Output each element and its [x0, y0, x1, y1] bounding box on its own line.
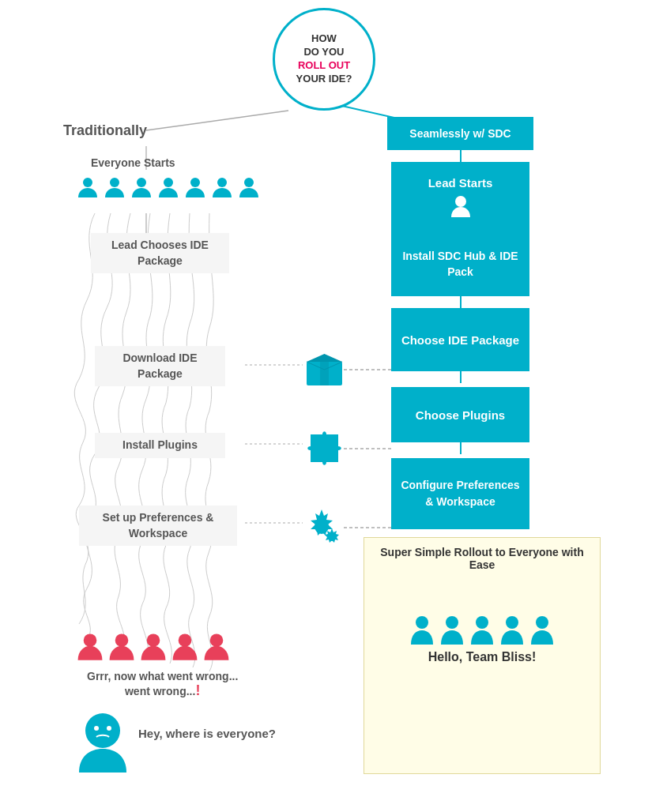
person-icon-6: [209, 175, 235, 201]
red-person-5: [202, 632, 232, 662]
puzzle-icon: [303, 427, 346, 473]
svg-point-44: [506, 616, 518, 629]
success-box: Super Simple Rollout to Everyone with Ea…: [364, 537, 601, 774]
install-sdc-box: Install SDC Hub & IDE Pack: [391, 233, 529, 296]
svg-point-21: [164, 178, 173, 187]
svg-point-23: [217, 178, 227, 187]
svg-point-41: [416, 616, 428, 629]
install-sdc-label: Install SDC Hub & IDE Pack: [397, 249, 523, 280]
puzzle-icon-svg: [303, 427, 346, 470]
lead-starts-person-icon: [448, 194, 473, 219]
success-person-2: [438, 615, 466, 646]
hey-text: Hey, where is everyone?: [138, 727, 276, 740]
svg-point-22: [190, 178, 200, 187]
sad-person-icon: [71, 711, 134, 777]
install-plugins-box: Install Plugins: [95, 433, 225, 458]
everyone-starts-icons: [75, 175, 262, 201]
diagram-container: HOW DO YOU ROLL OUT YOUR IDE? Traditiona…: [0, 0, 648, 812]
package-icon-svg: [303, 346, 346, 389]
svg-point-24: [244, 178, 254, 187]
choose-plugins-label: Choose Plugins: [416, 408, 505, 422]
lead-chooses-box: Lead Chooses IDE Package: [91, 233, 229, 273]
svg-rect-27: [320, 362, 329, 385]
lead-starts-box: Lead Starts: [391, 162, 529, 233]
svg-point-20: [137, 178, 146, 187]
title-circle: HOW DO YOU ROLL OUT YOUR IDE?: [273, 8, 375, 111]
svg-point-35: [147, 633, 160, 647]
lead-starts-label: Lead Starts: [428, 176, 493, 190]
svg-marker-26: [307, 354, 342, 362]
configure-box: Configure Preferences & Workspace: [391, 458, 529, 529]
svg-point-45: [536, 616, 548, 629]
svg-point-43: [476, 616, 488, 629]
error-person-icons: [75, 632, 232, 662]
red-person-3: [138, 632, 168, 662]
person-icon-5: [183, 175, 208, 201]
success-person-4: [498, 615, 526, 646]
svg-point-42: [446, 616, 458, 629]
download-ide-box: Download IDE Package: [95, 346, 225, 386]
red-person-4: [170, 632, 200, 662]
sad-person-svg: [71, 711, 134, 774]
gear-icon: [296, 502, 348, 556]
person-icon-2: [102, 175, 127, 201]
success-title: Super Simple Rollout to Everyone with Ea…: [372, 546, 592, 571]
svg-point-36: [179, 633, 192, 647]
choose-plugins-box: Choose Plugins: [391, 387, 529, 442]
gear-icon-svg: [296, 502, 348, 553]
sdc-header: Seamlessly w/ SDC: [387, 117, 533, 150]
setup-prefs-box: Set up Preferences & Workspace: [79, 506, 237, 546]
person-icon-3: [129, 175, 154, 201]
hello-text: Hello, Team Bliss!: [372, 650, 592, 664]
svg-line-0: [146, 111, 288, 130]
person-icon-1: [75, 175, 100, 201]
svg-point-38: [85, 713, 120, 748]
person-icon-4: [156, 175, 181, 201]
red-person-1: [75, 632, 105, 662]
svg-point-39: [94, 726, 99, 731]
svg-point-33: [84, 633, 97, 647]
success-person-3: [468, 615, 496, 646]
svg-point-34: [115, 633, 129, 647]
success-person-1: [408, 615, 436, 646]
everyone-starts-label: Everyone Starts: [91, 156, 175, 169]
configure-label: Configure Preferences & Workspace: [397, 477, 523, 510]
svg-point-32: [455, 196, 466, 207]
success-person-5: [528, 615, 556, 646]
red-person-2: [107, 632, 137, 662]
package-icon: [303, 346, 346, 393]
traditional-header: Traditionally: [63, 122, 147, 139]
svg-point-18: [83, 178, 92, 187]
grrr-text: Grrr, now what went wrong... went wrong.…: [87, 670, 238, 699]
choose-ide-box: Choose IDE Package: [391, 308, 529, 371]
choose-ide-label: Choose IDE Package: [401, 332, 519, 348]
svg-point-40: [107, 726, 111, 731]
svg-point-19: [110, 178, 119, 187]
svg-point-37: [210, 633, 224, 647]
title-text: HOW DO YOU ROLL OUT YOUR IDE?: [296, 32, 352, 86]
person-icon-7: [236, 175, 262, 201]
